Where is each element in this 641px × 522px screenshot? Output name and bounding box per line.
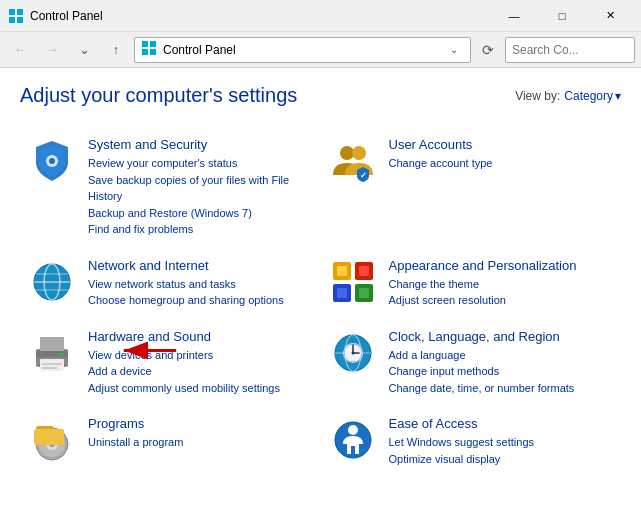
view-by-label: View by: [515, 89, 560, 103]
link-review-status[interactable]: Review your computer's status [88, 155, 313, 172]
svg-rect-4 [142, 41, 148, 47]
user-accounts-icon: ✓ [329, 137, 377, 185]
hardware-sound-text: Hardware and Sound View devices and prin… [88, 329, 313, 397]
user-accounts-title[interactable]: User Accounts [389, 137, 614, 152]
address-field-icon [141, 40, 157, 59]
category-system-security: System and Security Review your computer… [20, 127, 321, 248]
categories-grid: System and Security Review your computer… [20, 127, 621, 477]
back-button[interactable]: ← [6, 36, 34, 64]
svg-point-9 [49, 158, 55, 164]
clock-language-text: Clock, Language, and Region Add a langua… [389, 329, 614, 397]
hardware-sound-title[interactable]: Hardware and Sound [88, 329, 313, 344]
close-button[interactable]: ✕ [587, 0, 633, 32]
address-text: Control Panel [163, 43, 438, 57]
link-screen-resolution[interactable]: Adjust screen resolution [389, 292, 614, 309]
page-title: Adjust your computer's settings [20, 84, 297, 107]
svg-rect-22 [337, 266, 347, 276]
svg-point-50 [348, 425, 358, 435]
link-date-time[interactable]: Change date, time, or number formats [389, 380, 614, 397]
svg-point-10 [340, 146, 354, 160]
hardware-sound-icon [28, 329, 76, 377]
category-network-internet: Network and Internet View network status… [20, 248, 321, 319]
category-ease-of-access: Ease of Access Let Windows suggest setti… [321, 406, 622, 477]
refresh-button[interactable]: ⟳ [475, 37, 501, 63]
view-by-dropdown[interactable]: Category ▾ [564, 89, 621, 103]
ease-of-access-title[interactable]: Ease of Access [389, 416, 614, 431]
link-visual-display[interactable]: Optimize visual display [389, 451, 614, 468]
svg-rect-6 [142, 49, 148, 55]
svg-rect-27 [40, 337, 64, 351]
svg-rect-1 [17, 9, 23, 15]
title-bar: Control Panel — □ ✕ [0, 0, 641, 32]
link-add-device[interactable]: Add a device [88, 363, 313, 380]
minimize-button[interactable]: — [491, 0, 537, 32]
svg-rect-48 [34, 429, 64, 445]
link-windows-suggest[interactable]: Let Windows suggest settings [389, 434, 614, 451]
link-change-theme[interactable]: Change the theme [389, 276, 614, 293]
appearance-text: Appearance and Personalization Change th… [389, 258, 614, 309]
link-network-status[interactable]: View network status and tasks [88, 276, 313, 293]
link-add-language[interactable]: Add a language [389, 347, 614, 364]
svg-rect-30 [58, 353, 64, 356]
address-bar: ← → ⌄ ↑ Control Panel ⌄ ⟳ 🔍 [0, 32, 641, 68]
address-field[interactable]: Control Panel ⌄ [134, 37, 471, 63]
search-input[interactable] [512, 43, 641, 57]
programs-icon [28, 416, 76, 464]
svg-rect-31 [42, 363, 62, 365]
link-view-devices[interactable]: View devices and printers [88, 347, 313, 364]
search-box[interactable]: 🔍 [505, 37, 635, 63]
category-programs: Programs Uninstall a program [20, 406, 321, 477]
link-mobility-settings[interactable]: Adjust commonly used mobility settings [88, 380, 313, 397]
link-uninstall[interactable]: Uninstall a program [88, 434, 313, 451]
header-row: Adjust your computer's settings View by:… [20, 84, 621, 107]
svg-point-42 [351, 351, 354, 354]
address-dropdown-arrow[interactable]: ⌄ [444, 44, 464, 55]
svg-rect-7 [150, 49, 156, 55]
clock-language-icon [329, 329, 377, 377]
title-bar-text: Control Panel [30, 9, 491, 23]
link-find-fix[interactable]: Find and fix problems [88, 221, 313, 238]
svg-rect-32 [42, 367, 57, 369]
network-internet-icon [28, 258, 76, 306]
user-accounts-text: User Accounts Change account type [389, 137, 614, 172]
clock-language-title[interactable]: Clock, Language, and Region [389, 329, 614, 344]
dropdown-nav-button[interactable]: ⌄ [70, 36, 98, 64]
forward-button[interactable]: → [38, 36, 66, 64]
category-user-accounts: ✓ User Accounts Change account type [321, 127, 622, 248]
svg-text:✓: ✓ [360, 171, 367, 180]
system-security-text: System and Security Review your computer… [88, 137, 313, 238]
link-backup-restore[interactable]: Backup and Restore (Windows 7) [88, 205, 313, 222]
main-content: Adjust your computer's settings View by:… [0, 68, 641, 493]
ease-of-access-text: Ease of Access Let Windows suggest setti… [389, 416, 614, 467]
programs-title[interactable]: Programs [88, 416, 313, 431]
category-clock-language: Clock, Language, and Region Add a langua… [321, 319, 622, 407]
svg-rect-25 [359, 288, 369, 298]
svg-rect-2 [9, 17, 15, 23]
system-security-title[interactable]: System and Security [88, 137, 313, 152]
system-security-icon [28, 137, 76, 185]
maximize-button[interactable]: □ [539, 0, 585, 32]
up-button[interactable]: ↑ [102, 36, 130, 64]
window-controls: — □ ✕ [491, 0, 633, 32]
ease-of-access-icon [329, 416, 377, 464]
appearance-title[interactable]: Appearance and Personalization [389, 258, 614, 273]
link-homegroup[interactable]: Choose homegroup and sharing options [88, 292, 313, 309]
appearance-icon [329, 258, 377, 306]
programs-text: Programs Uninstall a program [88, 416, 313, 451]
svg-rect-3 [17, 17, 23, 23]
link-change-account-type[interactable]: Change account type [389, 155, 614, 172]
link-input-methods[interactable]: Change input methods [389, 363, 614, 380]
network-internet-title[interactable]: Network and Internet [88, 258, 313, 273]
chevron-down-icon: ▾ [615, 89, 621, 103]
category-hardware-sound: Hardware and Sound View devices and prin… [20, 319, 321, 407]
svg-point-11 [352, 146, 366, 160]
category-appearance: Appearance and Personalization Change th… [321, 248, 622, 319]
view-by-control: View by: Category ▾ [515, 89, 621, 103]
svg-rect-0 [9, 9, 15, 15]
svg-rect-23 [359, 266, 369, 276]
svg-rect-5 [150, 41, 156, 47]
svg-rect-24 [337, 288, 347, 298]
link-backup-files[interactable]: Save backup copies of your files with Fi… [88, 172, 313, 205]
network-internet-text: Network and Internet View network status… [88, 258, 313, 309]
app-icon [8, 8, 24, 24]
